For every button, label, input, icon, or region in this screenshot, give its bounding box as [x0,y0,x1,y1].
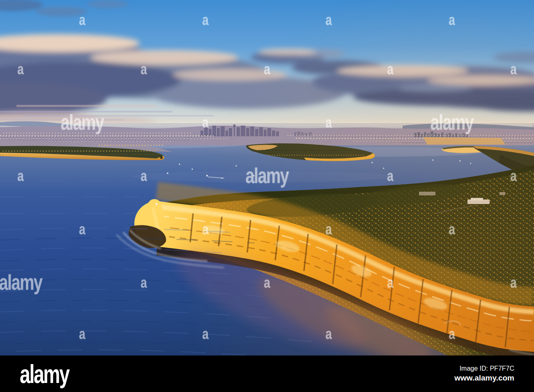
image-credit-block: Image ID: PF7F7C www.alamy.com [454,364,514,383]
photo-artwork [0,0,534,355]
alamy-logo: alamy [20,361,69,387]
image-id-text: Image ID: PF7F7C [454,364,514,373]
footer-bar: alamy Image ID: PF7F7C www.alamy.com [0,355,534,392]
stock-photo-page: aaaaaaaaaalamyaaalamyaaalamyaaaaaaalamya… [0,0,534,392]
website-text: www.alamy.com [454,373,514,383]
photo-region: aaaaaaaaaalamyaaalamyaaalamyaaaaaaalamya… [0,0,534,355]
warm-glow-overlay [0,0,534,355]
